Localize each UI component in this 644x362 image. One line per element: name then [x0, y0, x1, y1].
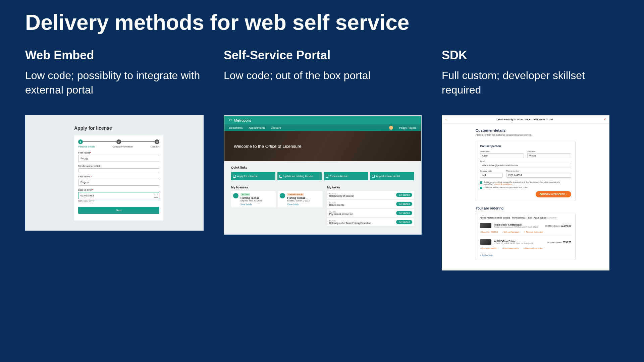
checkbox-icon [480, 187, 482, 189]
vehicle-row: Tesla Model X Hatchback Performance Ludi… [480, 221, 571, 230]
document-icon [233, 175, 236, 178]
first-name-input[interactable]: Adam [480, 153, 524, 158]
quote-header: 49655 Professional IT quotes - Professio… [480, 217, 571, 219]
my-tasks-title: My tasks [327, 186, 414, 189]
email-label: Email [480, 160, 571, 162]
nav-account[interactable]: Account [271, 126, 281, 129]
user-name: Peggy Rogers [399, 126, 416, 129]
country-code-label: Country code [480, 170, 503, 172]
col-embed-heading: Web Embed [25, 48, 204, 62]
sdk-header-title: Proceeding to order for Professional IT … [452, 118, 599, 121]
step-1-circle: 1 [78, 139, 83, 144]
get-started-button[interactable]: Get started [396, 193, 412, 197]
phone-input[interactable]: 7961 244094 [506, 173, 571, 178]
ql-appeal[interactable]: Appeal license denial [370, 172, 414, 180]
edit-config-link[interactable]: › Edit configuration [502, 231, 519, 233]
first-name-label: First name [480, 150, 524, 153]
dob-hint: MM / DD / YYYY [78, 200, 159, 202]
step-1-label: Personal details [78, 145, 95, 148]
contact-person-title: Contact person [480, 144, 571, 148]
checkbox-icon [480, 181, 482, 184]
next-button[interactable]: Next [78, 207, 159, 214]
last-name-input[interactable]: Rogers [78, 179, 159, 186]
phone-label: Phone number [506, 170, 571, 172]
middle-name-input[interactable] [78, 168, 159, 172]
portal-logo-icon: ⟳ [229, 118, 232, 122]
remove-link[interactable]: × Remove from order [524, 247, 543, 249]
close-icon[interactable]: × [599, 118, 606, 121]
first-name-label: First name [78, 151, 90, 154]
renew-icon [326, 175, 328, 178]
license-icon [233, 193, 238, 198]
get-started-button[interactable]: Get started [396, 202, 412, 206]
col-portal-sub: Low code; out of the box portal [224, 68, 422, 99]
back-icon[interactable]: ‹ [445, 118, 452, 121]
consent-checkbox-1[interactable]: Customer gives their consent for process… [480, 181, 571, 185]
portal-brand: Metropolis [234, 118, 251, 122]
embed-screenshot: Apply for license 1 2 3 Personal details… [25, 115, 204, 231]
badge-expires-soon: EXPIRES SOON [287, 193, 304, 196]
dob-input[interactable]: 01/01/1983 [78, 192, 159, 199]
middle-name-label: Middle name/ initial [78, 165, 159, 168]
confirm-proceed-button[interactable]: CONFIRM & PROCEED › [536, 191, 571, 197]
appeal-icon [372, 175, 375, 178]
col-embed-sub: Low code; possiblity to integrate with e… [25, 68, 204, 99]
embed-stepper: 1 2 3 [78, 139, 159, 144]
surname-label: Surname [527, 150, 571, 153]
sdk-screenshot: ‹ Proceeding to order for Professional I… [442, 115, 609, 270]
ordering-title: Your are ordering [476, 206, 576, 210]
terms-link[interactable]: terms & conditions. [495, 183, 512, 185]
license-card: ACTIVE Hunting license Expires: Nov 20, … [231, 191, 276, 207]
slide-title: Delivery methods for web self service [25, 10, 619, 35]
dob-label: Date of birth [78, 188, 92, 191]
step-2-label: Contact information [112, 145, 133, 148]
col-sdk-sub: Full custom; developer skillset required [442, 68, 619, 99]
ql-apply[interactable]: Apply for a license [231, 172, 275, 180]
nav-documents[interactable]: Documents [229, 126, 243, 129]
col-portal-heading: Self-Service Portal [224, 48, 422, 62]
step-3-label: Location [151, 145, 159, 148]
calendar-icon[interactable] [154, 194, 158, 198]
surname-input[interactable]: Woole [527, 153, 571, 158]
vehicle-image-icon [480, 239, 491, 245]
customer-details-sub: Please confirm the customer details belo… [476, 134, 576, 136]
step-3-circle: 3 [155, 139, 159, 144]
vehicle-image-icon [480, 223, 491, 228]
view-details-link[interactable]: View details [287, 203, 320, 205]
portal-screenshot: ⟳ Metropolis Documents Appointments Acco… [224, 115, 422, 235]
nav-appointments[interactable]: Appointments [249, 126, 265, 129]
task-row: HL-305 Pay annual license fee Get starte… [327, 209, 414, 217]
get-started-button[interactable]: Get started [396, 220, 412, 224]
quote-no: › Quote no. 496551 [480, 247, 497, 249]
ql-renew[interactable]: Renew a license [324, 172, 368, 180]
add-vehicle-link[interactable]: + Add vehicle [480, 254, 571, 256]
ql-update[interactable]: Update an existing license [277, 172, 322, 180]
user-avatar-icon[interactable] [389, 126, 393, 130]
col-sdk-heading: SDK [442, 48, 619, 62]
license-icon [280, 193, 285, 198]
portal-hero: Welcome to the Office of Licensure [224, 131, 421, 161]
step-2-circle: 2 [116, 139, 121, 144]
email-input[interactable]: adam.woole@professional-it.co.uk [480, 163, 571, 168]
refresh-icon [279, 175, 282, 178]
customer-details-heading: Customer details [476, 128, 576, 132]
task-row: FL-478 Renew license Get started [327, 200, 414, 208]
view-details-link[interactable]: View details [240, 203, 274, 205]
embed-form-title: Apply for license [74, 125, 204, 131]
task-row: FL-478 Upload proof of Basic Fishing Edu… [327, 218, 414, 226]
edit-config-link[interactable]: › Edit configuration [502, 247, 519, 249]
remove-link[interactable]: × Remove from order [524, 231, 543, 233]
consent-checkbox-2[interactable]: Customer will be the contact person for … [480, 186, 571, 189]
get-started-button[interactable]: Get started [396, 211, 412, 215]
license-card: EXPIRES SOON Fishing license Expires: Ma… [278, 191, 322, 207]
last-name-label: Last name [78, 175, 90, 178]
first-name-input[interactable]: Peggy [78, 155, 159, 162]
badge-active: ACTIVE [240, 193, 250, 196]
my-licenses-title: My licenses [231, 186, 322, 189]
task-row: FL-479 Upload copy of state ID Get start… [327, 191, 414, 199]
quote-no: › Quote no. 49655.2 [480, 231, 498, 233]
country-code-input[interactable]: +44 [480, 173, 503, 178]
vehicle-row: AUDI E-Tron Estate 300kW 55 Quattro 95kW… [480, 237, 571, 247]
quick-links-title: Quick links [231, 166, 414, 169]
